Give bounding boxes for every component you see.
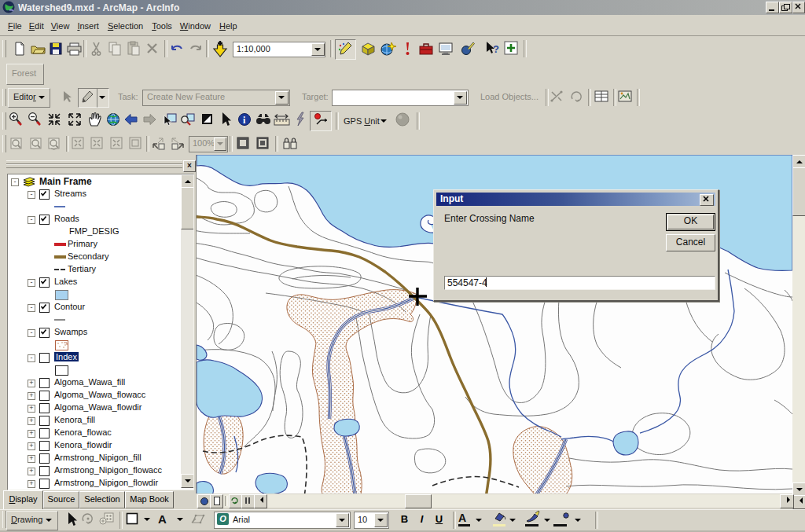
svg-text:?: ? <box>493 43 499 55</box>
